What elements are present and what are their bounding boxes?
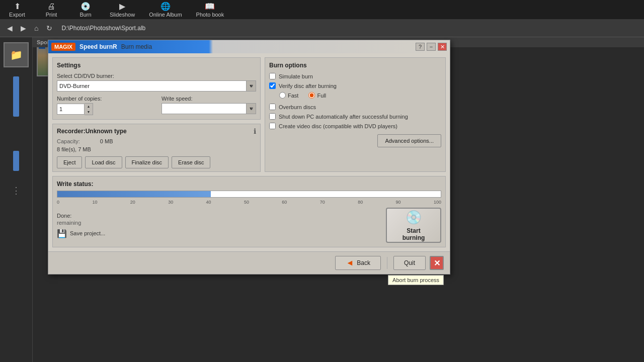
- dots-menu[interactable]: ⋮: [12, 185, 21, 196]
- copies-col: Number of copies: ▲ ▼: [57, 96, 151, 115]
- verify-checkbox[interactable]: [269, 82, 276, 89]
- dialog-titlebar: MAGIX Speed burnR Burn media ? − ✕: [48, 40, 450, 53]
- start-burning-btn[interactable]: 💿 Startburning: [386, 208, 441, 243]
- abort-btn[interactable]: ✕: [430, 256, 444, 270]
- dialog-help-btn[interactable]: ?: [416, 43, 425, 51]
- copies-spinner-wrapper: ▲ ▼: [57, 103, 151, 115]
- toolbar-online-album[interactable]: 🌐 Online Album: [147, 1, 184, 19]
- burn-dialog: MAGIX Speed burnR Burn media ? − ✕ Setti…: [48, 40, 450, 275]
- settings-panel: Settings Select CD/DVD burner: DVD-Burne…: [52, 57, 261, 120]
- toolbar-print-label: Print: [46, 12, 57, 18]
- eject-btn[interactable]: Eject: [57, 156, 82, 168]
- overburn-checkbox[interactable]: [269, 104, 276, 110]
- fast-label: Fast: [288, 93, 298, 99]
- progress-bar-fill: [57, 191, 211, 197]
- burner-label: Select CD/DVD burner:: [57, 73, 256, 79]
- dialog-title-speedburnr[interactable]: Speed burnR: [79, 43, 117, 50]
- dialog-content: Settings Select CD/DVD burner: DVD-Burne…: [48, 53, 450, 251]
- speed-label: Write speed:: [162, 96, 256, 102]
- write-status-body: Done: remaining 💾 Save project... 💿 Star…: [57, 208, 441, 243]
- start-burn-label: Startburning: [403, 227, 425, 241]
- burn-options-panel: Burn options Simulate burn Verify disc a…: [265, 57, 446, 172]
- progress-bar: [57, 191, 441, 198]
- photo-book-icon: 📖: [205, 2, 215, 11]
- scroll-indicator: [13, 76, 19, 117]
- dialog-footer: ◄ Back Quit ✕ Abort burn process: [48, 251, 450, 274]
- verify-row: Verify disc after burning: [269, 82, 441, 89]
- erase-disc-btn[interactable]: Erase disc: [172, 156, 210, 168]
- footer-divider: [387, 257, 387, 269]
- export-icon: ⬆: [14, 2, 21, 11]
- recorder-title: Recorder:Unknown type: [57, 128, 127, 135]
- burn-icon: 💿: [80, 2, 91, 11]
- simulate-checkbox[interactable]: [269, 73, 276, 79]
- dialog-minimize-btn[interactable]: −: [427, 43, 436, 51]
- fast-radio-label[interactable]: Fast: [279, 92, 298, 99]
- toolbar-export-label: Export: [9, 12, 25, 18]
- speed-select[interactable]: [162, 103, 256, 114]
- dialog-title-burnmedia[interactable]: Burn media: [121, 43, 152, 50]
- nav-path: D:\Photos\Photoshow\Sport.alb: [61, 25, 145, 32]
- nav-forward[interactable]: ▶: [18, 23, 29, 33]
- shutdown-checkbox[interactable]: [269, 113, 276, 120]
- copies-speed-row: Number of copies: ▲ ▼: [57, 96, 256, 115]
- simulate-row: Simulate burn: [269, 73, 441, 79]
- create-video-label: Create video disc (compatible with DVD p…: [279, 123, 397, 129]
- main-area: 📁 ⋮ ✓ Photo_... 🎵 10 From Coast To Coast…: [0, 37, 644, 362]
- back-btn[interactable]: ◄ Back: [335, 256, 381, 270]
- full-label: Full: [317, 93, 326, 99]
- nav-refresh[interactable]: ↻: [43, 23, 55, 33]
- toolbar-photo-book[interactable]: 📖 Photo book: [194, 1, 226, 19]
- slideshow-icon: ▶: [119, 2, 125, 11]
- finalize-disc-btn[interactable]: Finalize disc: [125, 156, 169, 168]
- write-status-left: Done: remaining 💾 Save project...: [57, 213, 381, 238]
- toolbar-slideshow-label: Slideshow: [110, 12, 135, 18]
- shutdown-label: Shut down PC automatically after success…: [279, 114, 408, 120]
- speed-radio-group: Fast Full: [279, 92, 441, 99]
- fast-radio[interactable]: [279, 92, 286, 99]
- create-video-checkbox[interactable]: [269, 123, 276, 129]
- dialog-body: Settings Select CD/DVD burner: DVD-Burne…: [52, 57, 446, 172]
- burner-select[interactable]: DVD-Burner: [57, 80, 256, 92]
- full-radio[interactable]: [308, 92, 315, 99]
- print-icon: 🖨: [47, 2, 55, 11]
- full-radio-label[interactable]: Full: [308, 92, 326, 99]
- speed-select-wrapper: ▼: [162, 103, 256, 114]
- abort-btn-wrapper: ✕ Abort burn process: [430, 256, 444, 270]
- copies-label: Number of copies:: [57, 96, 151, 102]
- save-project-link[interactable]: 💾 Save project...: [57, 229, 381, 238]
- load-disc-btn[interactable]: Load disc: [85, 156, 122, 168]
- remaining-label: remaining: [57, 220, 381, 226]
- advanced-options-btn[interactable]: Advanced options...: [377, 134, 441, 147]
- toolbar-print[interactable]: 🖨 Print: [39, 1, 63, 19]
- back-arrow-icon: ◄: [346, 258, 354, 267]
- recorder-info-icon[interactable]: ℹ: [254, 127, 256, 135]
- shutdown-row: Shut down PC automatically after success…: [269, 113, 441, 120]
- toolbar-burn-label: Burn: [79, 12, 91, 18]
- copies-input[interactable]: [57, 104, 85, 115]
- dialog-title-buttons: ? − ✕: [416, 43, 447, 51]
- quit-btn[interactable]: Quit: [393, 256, 426, 270]
- nav-back[interactable]: ◀: [4, 23, 16, 33]
- toolbar-slideshow[interactable]: ▶ Slideshow: [108, 1, 137, 19]
- quit-label: Quit: [404, 259, 415, 266]
- toolbar: ⬆ Export 🖨 Print 💿 Burn ▶ Slideshow 🌐 On…: [0, 0, 644, 19]
- copies-increment[interactable]: ▲: [85, 104, 93, 109]
- overburn-label: Overburn discs: [279, 104, 316, 110]
- nav-home[interactable]: ⌂: [31, 23, 41, 33]
- toolbar-export[interactable]: ⬆ Export: [5, 1, 29, 19]
- recorder-section: Recorder:Unknown type ℹ Capacity: 0 MB 8…: [52, 124, 261, 172]
- verify-label: Verify disc after burning: [279, 83, 337, 89]
- recorder-capacity-row: Capacity: 0 MB: [57, 138, 256, 144]
- recorder-header: Recorder:Unknown type ℹ: [57, 127, 256, 135]
- speed-dropdown-icon[interactable]: ▼: [246, 103, 256, 114]
- copies-decrement[interactable]: ▼: [85, 109, 93, 115]
- copies-spinner-btns: ▲ ▼: [85, 103, 93, 115]
- burner-row: Select CD/DVD burner: DVD-Burner ▼: [57, 73, 256, 92]
- burner-dropdown-icon[interactable]: ▼: [246, 80, 256, 92]
- dialog-close-btn[interactable]: ✕: [438, 43, 447, 51]
- recorder-files: 8 file(s), 7 MB: [57, 146, 256, 152]
- simulate-label: Simulate burn: [279, 73, 313, 79]
- toolbar-burn[interactable]: 💿 Burn: [73, 1, 98, 19]
- done-label: Done:: [57, 213, 381, 219]
